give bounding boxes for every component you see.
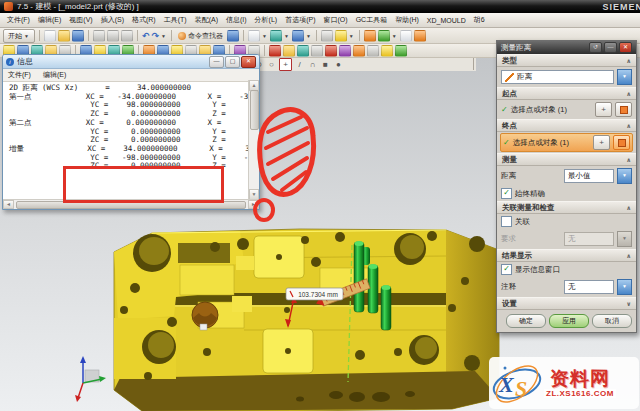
menu-preferences[interactable]: 首选项(P) bbox=[281, 14, 319, 26]
snap-circle-icon[interactable]: ○ bbox=[266, 59, 277, 70]
expand-icon[interactable]: ∨ bbox=[626, 300, 631, 307]
scroll-left-icon[interactable]: ◄ bbox=[3, 200, 14, 209]
info-window-titlebar[interactable]: i 信息 — ▢ ✕ bbox=[3, 55, 259, 69]
section-settings[interactable]: 设置 ∨ bbox=[497, 297, 636, 310]
menu-file[interactable]: 文件(F) bbox=[3, 14, 34, 26]
point-dialog-button[interactable]: + bbox=[595, 102, 612, 117]
view-orient-icon[interactable] bbox=[270, 30, 282, 42]
section-start-point[interactable]: 起点 ∧ bbox=[497, 87, 636, 100]
menu-xd-mould[interactable]: XD_MOULD bbox=[423, 16, 470, 25]
toolbar-icon[interactable] bbox=[283, 45, 295, 57]
checkbox-checked[interactable]: ✓ bbox=[501, 188, 512, 199]
menu-insert[interactable]: 插入(S) bbox=[97, 14, 128, 26]
screen-layout-icon[interactable] bbox=[248, 30, 260, 42]
apply-button[interactable]: 应用 bbox=[549, 314, 589, 328]
menu-window[interactable]: 窗口(O) bbox=[320, 14, 352, 26]
touch-mode-icon[interactable] bbox=[227, 30, 239, 42]
close-icon[interactable]: ✕ bbox=[619, 42, 632, 53]
cut-icon[interactable] bbox=[93, 30, 105, 42]
undo-icon[interactable]: ↶ bbox=[142, 30, 150, 42]
close-icon[interactable]: ✕ bbox=[241, 56, 256, 68]
snap-arc-icon[interactable]: ∩ bbox=[307, 59, 318, 70]
new-file-icon[interactable] bbox=[44, 30, 56, 42]
reset-icon[interactable]: ↺ bbox=[589, 42, 602, 53]
distance-method-field[interactable]: 最小值 bbox=[564, 169, 614, 183]
checkbox-unchecked[interactable]: ✓ bbox=[501, 216, 512, 227]
toolbar-icon[interactable] bbox=[367, 45, 379, 57]
shaded-view-icon[interactable] bbox=[292, 30, 304, 42]
annotation-dropdown[interactable]: ▼ bbox=[617, 279, 632, 295]
toolbar-icon[interactable] bbox=[297, 45, 309, 57]
minimize-icon[interactable]: — bbox=[209, 56, 224, 68]
dimension-annotation[interactable]: 103.7304 mm bbox=[286, 288, 343, 300]
menu-view[interactable]: 视图(V) bbox=[65, 14, 96, 26]
snap-sphere-icon[interactable]: ● bbox=[333, 59, 344, 70]
end-point-row[interactable]: ✓ 选择点或对象 (1) + bbox=[500, 133, 633, 152]
toolbar-icon[interactable] bbox=[381, 45, 393, 57]
section-measurement[interactable]: 测量 ∧ bbox=[497, 153, 636, 166]
layer-settings-icon[interactable] bbox=[400, 30, 412, 42]
toolbar-icon[interactable] bbox=[311, 45, 323, 57]
checkbox-checked[interactable]: ✓ bbox=[501, 264, 512, 275]
menu-tools[interactable]: 工具(T) bbox=[160, 14, 191, 26]
menu-hu6[interactable]: 胡6 bbox=[470, 14, 489, 26]
menu-information[interactable]: 信息(I) bbox=[222, 14, 251, 26]
redo-dropdown-icon[interactable]: ▼ bbox=[161, 33, 166, 39]
ok-button[interactable]: 确定 bbox=[506, 314, 546, 328]
snap-plus-icon[interactable]: + bbox=[279, 58, 292, 71]
start-point-row[interactable]: ✓ 选择点或对象 (1) + bbox=[497, 100, 636, 119]
minimize-icon[interactable]: — bbox=[604, 42, 617, 53]
collapse-icon[interactable]: ∧ bbox=[626, 90, 631, 97]
section-type[interactable]: 类型 ∧ bbox=[497, 54, 636, 67]
move-object-icon[interactable] bbox=[364, 30, 376, 42]
collapse-icon[interactable]: ∧ bbox=[626, 57, 631, 64]
point-constructor-button[interactable] bbox=[613, 135, 630, 150]
save-icon[interactable] bbox=[72, 30, 84, 42]
measure-distance-dialog[interactable]: 测量距离 ↺ — ✕ 类型 ∧ 距离 ▼ 起点 ∧ ✓ 选择点或对象 (1) bbox=[496, 40, 637, 333]
maximize-icon[interactable]: ▢ bbox=[225, 56, 240, 68]
menu-format[interactable]: 格式(R) bbox=[128, 14, 160, 26]
measure-icon[interactable] bbox=[414, 30, 426, 42]
toolbar-icon[interactable] bbox=[395, 45, 407, 57]
scroll-right-icon[interactable]: ► bbox=[248, 200, 259, 209]
collapse-icon[interactable]: ∧ bbox=[626, 252, 631, 259]
toolbar-icon[interactable] bbox=[339, 45, 351, 57]
menu-edit[interactable]: 编辑(E) bbox=[34, 14, 65, 26]
menu-assemblies[interactable]: 装配(A) bbox=[191, 14, 222, 26]
collapse-icon[interactable]: ∧ bbox=[626, 156, 631, 163]
cancel-button[interactable]: 取消 bbox=[592, 314, 632, 328]
annotation-field[interactable]: 无 bbox=[564, 280, 614, 294]
toolbar-icon[interactable] bbox=[269, 45, 281, 57]
section-results[interactable]: 结果显示 ∧ bbox=[497, 249, 636, 262]
section-end-point[interactable]: 终点 ∧ bbox=[497, 119, 636, 132]
point-constructor-button[interactable] bbox=[615, 102, 632, 117]
copy-icon[interactable] bbox=[107, 30, 119, 42]
command-finder-button[interactable]: 命令查找器 bbox=[176, 31, 225, 41]
edit-section-icon[interactable] bbox=[335, 30, 347, 42]
toolbar-icon[interactable] bbox=[325, 45, 337, 57]
point-dialog-button[interactable]: + bbox=[593, 135, 610, 150]
window-icon[interactable] bbox=[321, 30, 333, 42]
dialog-titlebar[interactable]: 测量距离 ↺ — ✕ bbox=[497, 41, 636, 54]
distance-method-dropdown[interactable]: ▼ bbox=[617, 168, 632, 184]
collapse-icon[interactable]: ∧ bbox=[626, 204, 631, 211]
snap-solid-icon[interactable]: ■ bbox=[320, 59, 331, 70]
type-field[interactable]: 距离 bbox=[501, 70, 614, 84]
paste-icon[interactable] bbox=[121, 30, 133, 42]
type-dropdown-button[interactable]: ▼ bbox=[617, 69, 632, 85]
menu-help[interactable]: 帮助(H) bbox=[391, 14, 423, 26]
open-icon[interactable] bbox=[58, 30, 70, 42]
info-menu-edit[interactable]: 编辑(E) bbox=[43, 70, 66, 80]
snap-line-icon[interactable]: / bbox=[294, 59, 305, 70]
start-button[interactable]: 开始▼ bbox=[3, 29, 35, 43]
collapse-icon[interactable]: ∧ bbox=[626, 122, 631, 129]
redo-icon[interactable]: ↷ bbox=[152, 30, 160, 42]
show-hide-icon[interactable] bbox=[378, 30, 390, 42]
vertical-scrollbar[interactable]: ▲ ▼ bbox=[248, 80, 259, 200]
info-window[interactable]: i 信息 — ▢ ✕ 文件(F) 编辑(E) 2D 距离 (WCS Xz) = … bbox=[2, 54, 260, 210]
menu-analysis[interactable]: 分析(L) bbox=[251, 14, 282, 26]
scrollbar-thumb[interactable] bbox=[250, 90, 259, 130]
menu-gc-toolbox[interactable]: GC工具箱 bbox=[352, 14, 392, 26]
info-menu-file[interactable]: 文件(F) bbox=[8, 70, 31, 80]
section-associative[interactable]: 关联测量和检查 ∧ bbox=[497, 201, 636, 214]
